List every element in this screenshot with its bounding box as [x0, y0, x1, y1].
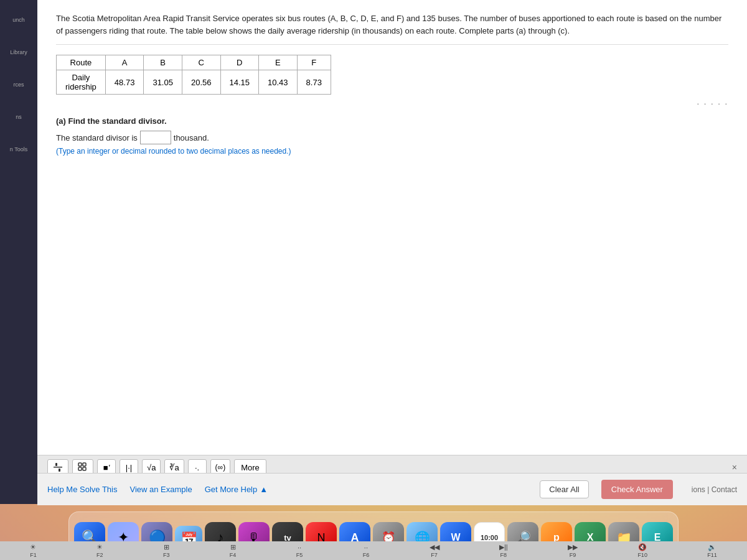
f2-label: F2 — [96, 552, 103, 558]
f6-icon: ·· — [364, 544, 368, 551]
check-answer-button[interactable]: Check Answer — [601, 480, 673, 499]
sidebar-label-lunch: unch — [12, 17, 25, 23]
table-cell-e: 10.43 — [259, 70, 298, 95]
f4-icon: ⊞ — [230, 543, 236, 551]
f10-label: F10 — [637, 552, 647, 558]
more-label: More — [241, 463, 260, 472]
check-answer-label: Check Answer — [611, 485, 663, 494]
table-header-d: D — [220, 55, 259, 70]
sqrt-symbol: √a — [147, 463, 156, 472]
table-header-b: B — [144, 55, 182, 70]
fn-key-f8[interactable]: ▶|| F8 — [499, 543, 508, 558]
fn-key-f6[interactable]: ·· F6 — [363, 544, 370, 558]
contact-links: ions | Contact — [692, 485, 737, 494]
f11-label: F11 — [707, 552, 717, 558]
fn-key-f7[interactable]: ◀◀ F7 — [430, 543, 439, 558]
f8-icon: ▶|| — [499, 543, 508, 551]
problem-description: The Scotia Metropolitan Area Rapid Trans… — [56, 12, 728, 45]
fn-key-f9[interactable]: ▶▶ F9 — [568, 543, 578, 558]
table-header-a: A — [105, 55, 144, 70]
fn-key-f1[interactable]: ☀ F1 — [30, 543, 37, 558]
f5-label: F5 — [296, 552, 303, 558]
ridership-table: Route A B C D E F Dailyridership 48.73 3… — [56, 55, 331, 95]
svg-rect-4 — [78, 463, 82, 466]
get-more-help-btn[interactable]: Get More Help ▲ — [205, 485, 268, 494]
sidebar-item-ns[interactable]: ns — [5, 103, 32, 131]
clear-all-label: Clear All — [549, 485, 579, 494]
view-example-link[interactable]: View an Example — [129, 485, 192, 494]
fn-key-bar: ☀ F1 ☀ F2 ⊞ F3 ⊞ F4 ·· F5 ·· F6 ◀◀ F7 ▶|… — [0, 541, 747, 560]
help-me-solve-link[interactable]: Help Me Solve This — [47, 485, 117, 494]
sidebar-item-lunch[interactable]: unch — [5, 6, 32, 34]
svg-rect-2 — [55, 463, 57, 466]
f2-icon: ☀ — [96, 543, 103, 551]
f7-label: F7 — [431, 552, 438, 558]
part-a-label: (a) Find the standard divisor. — [56, 116, 728, 126]
sidebar-item-resources[interactable]: rces — [5, 71, 32, 98]
problem-text-content: The Scotia Metropolitan Area Rapid Trans… — [56, 14, 721, 35]
fn-key-f2[interactable]: ☀ F2 — [96, 543, 103, 558]
fn-key-f10[interactable]: 🔇 F10 — [637, 543, 647, 558]
f3-label: F3 — [163, 552, 170, 558]
dot-symbol: ·. — [195, 463, 199, 472]
action-bar: Help Me Solve This View an Example Get M… — [37, 473, 747, 505]
view-example-label: View an Example — [129, 485, 192, 494]
svg-rect-6 — [78, 467, 82, 470]
help-me-solve-label: Help Me Solve This — [47, 485, 117, 494]
content-area: The Scotia Metropolitan Area Rapid Trans… — [37, 0, 747, 504]
f5-icon: ·· — [298, 544, 301, 551]
sidebar-label-library: Library — [10, 49, 27, 55]
toolbar-close-btn[interactable]: × — [732, 462, 737, 472]
table-cell-row-label: Dailyridership — [57, 70, 106, 95]
ellipsis-dots: . . . . . — [56, 97, 728, 106]
table-cell-d: 14.15 — [220, 70, 259, 95]
f7-icon: ◀◀ — [430, 543, 439, 551]
part-a-section: (a) Find the standard divisor. The stand… — [56, 116, 728, 156]
svg-rect-1 — [54, 467, 62, 468]
prime-symbol: ■' — [103, 463, 110, 472]
table-header-c: C — [182, 55, 220, 70]
table-cell-a: 48.73 — [105, 70, 144, 95]
svg-rect-3 — [59, 469, 60, 472]
sidebar-label-ns: ns — [16, 114, 22, 120]
time-icon: 10:00 — [481, 534, 498, 541]
f8-label: F8 — [500, 552, 507, 558]
f3-icon: ⊞ — [164, 543, 169, 551]
f11-icon: 🔉 — [708, 543, 716, 551]
abs-symbol: |·| — [126, 463, 132, 472]
answer-input-field[interactable] — [140, 131, 171, 144]
f10-icon: 🔇 — [638, 543, 647, 551]
table-header-route: Route — [57, 55, 106, 70]
f9-label: F9 — [570, 552, 576, 558]
f4-label: F4 — [230, 552, 237, 558]
answer-line-text: The standard divisor is — [56, 133, 138, 142]
sidebar-item-library[interactable]: Library — [5, 39, 32, 66]
table-cell-b: 31.05 — [144, 70, 182, 95]
table-cell-f: 8.73 — [297, 70, 331, 95]
table-header-f: F — [297, 55, 331, 70]
sidebar-label-tools: n Tools — [10, 146, 27, 152]
table-cell-c: 20.56 — [182, 70, 220, 95]
table-header-e: E — [259, 55, 298, 70]
svg-rect-7 — [83, 467, 86, 470]
cbrt-symbol: ∛a — [169, 463, 179, 472]
svg-rect-5 — [83, 463, 86, 466]
sidebar-label-resources: rces — [13, 82, 24, 88]
get-more-help-label: Get More Help — [205, 485, 258, 494]
f1-icon: ☀ — [30, 543, 36, 551]
sidebar: unch Library rces ns n Tools — [0, 0, 37, 504]
fn-key-f5[interactable]: ·· F5 — [296, 544, 303, 558]
clear-all-button[interactable]: Clear All — [540, 480, 588, 498]
f1-label: F1 — [30, 552, 37, 558]
answer-line: The standard divisor is thousand. — [56, 131, 728, 144]
unit-text: thousand. — [174, 133, 209, 142]
parens-symbol: (∞) — [215, 463, 226, 472]
fn-key-f3[interactable]: ⊞ F3 — [163, 543, 170, 558]
ridership-table-container: Route A B C D E F Dailyridership 48.73 3… — [56, 55, 728, 106]
sidebar-item-tools[interactable]: n Tools — [5, 136, 32, 163]
fn-key-f11[interactable]: 🔉 F11 — [707, 543, 717, 558]
f6-label: F6 — [363, 552, 370, 558]
fn-key-f4[interactable]: ⊞ F4 — [230, 543, 237, 558]
f9-icon: ▶▶ — [568, 543, 578, 551]
hint-text: (Type an integer or decimal rounded to t… — [56, 147, 728, 156]
